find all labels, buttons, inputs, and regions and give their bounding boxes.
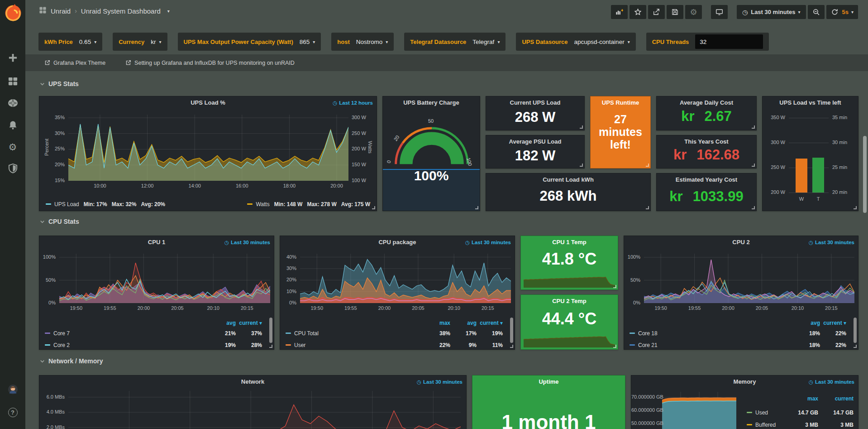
legend-column-avg[interactable]: avg <box>450 320 477 326</box>
panel-title[interactable]: Network <box>39 378 466 385</box>
refresh-button[interactable]: 5s ▾ <box>826 5 858 19</box>
network-chart[interactable]: 6.0 MBs4.0 MBs2.0 MBs <box>39 387 467 429</box>
sidebar-item-server-admin[interactable] <box>0 162 25 174</box>
legend-swatch[interactable] <box>286 333 291 334</box>
breadcrumb-root[interactable]: Unraid <box>51 7 71 15</box>
legend-series-name[interactable]: Buffered <box>755 422 776 428</box>
panel-time-range[interactable]: ◷Last 30 minutes <box>809 239 854 246</box>
chevron-down-icon[interactable]: ▾ <box>167 9 170 14</box>
chevron-down-icon[interactable]: ▾ <box>159 39 162 44</box>
dashboard-link[interactable]: Grafana Plex Theme <box>44 60 105 66</box>
share-dashboard-button[interactable] <box>648 5 665 19</box>
legend-series-name[interactable]: Core 18 <box>638 330 658 337</box>
chevron-down-icon[interactable]: ▾ <box>386 39 388 44</box>
sidebar-item-explore[interactable] <box>0 97 25 109</box>
variable-value[interactable]: kr <box>151 39 156 45</box>
panel-time-range[interactable]: ◷Last 30 minutes <box>224 239 270 246</box>
cpu2-chart[interactable]: 100%50%0%19:5019:5520:0020:0520:1020:15 <box>624 250 858 313</box>
panel-time-range[interactable]: ◷Last 30 minutes <box>809 379 854 385</box>
panel-title[interactable]: Average Daily Cost <box>657 99 756 106</box>
star-dashboard-button[interactable] <box>630 5 646 19</box>
chevron-down-icon[interactable]: ▾ <box>313 39 315 44</box>
variable-value[interactable]: apcupsd-container <box>574 39 625 45</box>
variable-input[interactable] <box>695 34 763 49</box>
legend-swatch[interactable] <box>286 344 291 346</box>
legend-column-current[interactable]: current <box>818 395 854 406</box>
legend-series-name[interactable]: Used <box>755 410 768 416</box>
legend-series-name[interactable]: UPS Load <box>54 201 79 207</box>
sidebar-item-alerting[interactable] <box>0 119 25 131</box>
panel-title[interactable]: CPU 2 Temp <box>521 298 618 304</box>
panel-title[interactable]: Uptime <box>472 378 625 385</box>
panel-title[interactable]: UPS Runtime <box>591 99 650 106</box>
legend-swatch[interactable] <box>45 333 50 334</box>
legend-scrollbar[interactable] <box>510 318 513 343</box>
variable-value[interactable]: 865 <box>300 39 310 45</box>
legend-column-avg[interactable]: avg <box>794 320 820 326</box>
panel-title[interactable]: Current Load kWh <box>486 176 650 183</box>
panel-title[interactable]: CPU 1 Temp <box>521 239 618 246</box>
legend-scrollbar[interactable] <box>854 318 857 343</box>
legend-series-name[interactable]: Core 7 <box>53 330 70 337</box>
panel-title[interactable]: UPS Load % <box>39 99 377 106</box>
cpu1-chart[interactable]: 100%50%0%19:5019:5520:0020:0520:1020:15 <box>39 250 274 313</box>
legend-swatch[interactable] <box>630 333 635 334</box>
legend-series-name[interactable]: User <box>294 342 305 348</box>
breadcrumb-page[interactable]: Unraid System Dashboard <box>81 7 161 15</box>
legend-scrollbar[interactable] <box>269 318 272 343</box>
grafana-logo[interactable] <box>4 3 23 22</box>
ups-load-vs-time-chart[interactable]: 350 W300 W250 W200 W35 min30 min25 min20… <box>763 96 858 211</box>
sidebar-item-user-avatar[interactable] <box>0 383 25 395</box>
sidebar-item-dashboards[interactable] <box>0 75 25 87</box>
legend-column-max[interactable]: max <box>787 395 818 406</box>
time-picker-button[interactable]: ◷ Last 30 minutes ▾ <box>737 5 806 19</box>
legend-series-name[interactable]: Watts <box>256 201 269 207</box>
legend-swatch[interactable] <box>747 424 752 425</box>
cycle-view-button[interactable] <box>711 5 728 19</box>
page-scrollbar[interactable] <box>863 136 867 213</box>
legend-swatch[interactable] <box>46 203 51 205</box>
row-header-network-memory[interactable]: Network / Memory <box>40 357 103 365</box>
row-header-ups-stats[interactable]: UPS Stats <box>40 80 79 87</box>
panel-time-range[interactable]: ◷Last 30 minutes <box>417 379 463 385</box>
apps-grid-icon[interactable] <box>39 6 47 15</box>
legend-swatch[interactable] <box>630 344 635 346</box>
panel-title[interactable]: Current UPS Load <box>486 99 584 106</box>
panel-time-range[interactable]: ◷Last 12 hours <box>333 100 373 106</box>
panel-title[interactable]: UPS Battery Charge <box>383 99 480 106</box>
cpu-package-chart[interactable]: 40%30%20%10%0%19:5019:5520:0020:0520:102… <box>280 250 515 313</box>
panel-title[interactable]: This Years Cost <box>657 138 756 145</box>
variable-value[interactable]: 0.65 <box>79 39 91 45</box>
legend-swatch[interactable] <box>247 203 253 205</box>
legend-column-current[interactable]: current ▾ <box>820 320 846 326</box>
variable-value[interactable]: Nostromo <box>356 39 383 45</box>
sidebar-item-add[interactable] <box>0 52 25 63</box>
ups-load-chart[interactable]: 35%30%25%20%15%300 W250 W200 W150 W100 W… <box>39 110 377 191</box>
zoom-out-button[interactable] <box>808 5 825 19</box>
legend-swatch[interactable] <box>747 412 752 413</box>
variable-value[interactable]: Telegraf <box>472 39 494 45</box>
sidebar-item-help[interactable]: ? <box>0 406 25 418</box>
legend-series-name[interactable]: Core 2 <box>53 342 70 348</box>
legend-series-name[interactable]: CPU Total <box>294 330 319 337</box>
legend-swatch[interactable] <box>45 344 50 346</box>
legend-series-name[interactable]: Core 21 <box>638 342 658 348</box>
legend-column-current[interactable]: current ▾ <box>477 320 503 326</box>
legend-column-avg[interactable]: avg <box>210 320 236 326</box>
panel-title[interactable]: UPS Load vs Time left <box>763 99 858 106</box>
dashboard-settings-button[interactable]: ⚙ <box>685 5 702 19</box>
chevron-down-icon[interactable]: ▾ <box>628 39 630 44</box>
panel-title[interactable]: Estimated Yearly Cost <box>657 176 756 183</box>
row-header-cpu-stats[interactable]: CPU Stats <box>40 218 79 225</box>
legend-column-max[interactable]: max <box>424 320 450 326</box>
chevron-down-icon[interactable]: ▾ <box>497 39 500 44</box>
memory-chart[interactable]: 70.000000 GB60.000000 GB50.000000 GB <box>631 389 736 429</box>
dashboard-link[interactable]: Setting up Grafana and InfluxDB for UPS … <box>125 60 295 66</box>
sidebar-item-configuration[interactable]: ⚙ <box>0 141 25 153</box>
legend-column-current[interactable]: current ▾ <box>236 320 262 326</box>
chevron-down-icon[interactable]: ▾ <box>94 39 96 44</box>
panel-time-range[interactable]: ◷Last 30 minutes <box>465 239 511 246</box>
panel-title[interactable]: Average PSU Load <box>486 138 584 145</box>
save-dashboard-button[interactable] <box>667 5 683 19</box>
add-panel-button[interactable] <box>611 5 628 19</box>
